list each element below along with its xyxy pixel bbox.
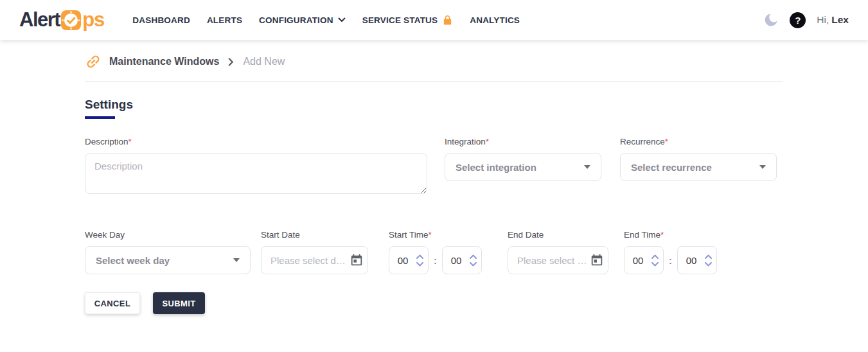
time-separator: :: [669, 255, 672, 266]
weekday-select[interactable]: Select week day: [85, 246, 251, 274]
spinner-down-icon[interactable]: [470, 262, 477, 267]
integration-field-group: Integration* Select integration: [445, 137, 601, 181]
spinner-down-icon[interactable]: [651, 262, 659, 267]
description-label: Description*: [85, 137, 427, 146]
spinner-down-icon[interactable]: [705, 262, 712, 267]
end-time-hour[interactable]: 00: [624, 246, 664, 274]
integration-label: Integration*: [445, 137, 601, 146]
weekday-field-group: Week Day Select week day: [85, 230, 251, 274]
alertops-logo[interactable]: Alert ps: [19, 8, 104, 31]
submit-button[interactable]: SUBMIT: [153, 292, 205, 314]
start-time-label: Start Time*: [389, 230, 482, 240]
end-date-field-group: End Date: [508, 230, 608, 274]
form-actions: CANCEL SUBMIT: [85, 292, 783, 314]
weekday-label: Week Day: [85, 230, 251, 240]
form-row-1: Description* Integration* Select integra…: [85, 137, 783, 197]
caret-down-icon: [233, 258, 240, 262]
form-row-2: Week Day Select week day Start Date Star: [85, 230, 783, 274]
end-time-minute[interactable]: 00: [677, 246, 717, 274]
dark-mode-toggle[interactable]: [763, 12, 779, 28]
required-asterisk: *: [665, 137, 668, 146]
spinner-down-icon[interactable]: [416, 262, 423, 267]
required-asterisk: *: [429, 230, 432, 240]
user-name: Lex: [831, 14, 849, 25]
breadcrumb-current: Add New: [243, 56, 285, 67]
nav-item-alerts[interactable]: ALERTS: [207, 15, 242, 25]
integration-select[interactable]: Select integration: [445, 153, 601, 181]
description-field-group: Description*: [85, 137, 427, 197]
logo-text-ps: ps: [82, 8, 104, 31]
moon-icon: [763, 12, 779, 28]
recurrence-field-group: Recurrence* Select recurrence: [620, 137, 777, 181]
end-time-label: End Time*: [624, 230, 717, 240]
required-asterisk: *: [128, 137, 132, 146]
spinner-up-icon[interactable]: [416, 254, 423, 259]
navbar-right: ? Hi,Lex: [763, 12, 849, 28]
main-content: Maintenance Windows Add New Settings Des…: [85, 53, 783, 314]
calendar-icon[interactable]: [590, 253, 604, 267]
nav-item-configuration[interactable]: CONFIGURATION: [259, 15, 346, 25]
lock-icon: [442, 14, 453, 26]
logo-text-alert: Alert: [19, 8, 60, 31]
end-time-field-group: End Time* 00 : 00: [624, 230, 717, 274]
page-title: Settings: [85, 98, 783, 112]
top-navbar: Alert ps DASHBOARD ALERTS CONFIGURATION …: [0, 0, 868, 40]
start-date-label: Start Date: [261, 230, 368, 240]
spinner-up-icon[interactable]: [705, 254, 712, 259]
description-textarea[interactable]: [85, 153, 427, 194]
chevron-right-icon: [228, 58, 234, 66]
caret-down-icon: [759, 165, 766, 169]
time-separator: :: [434, 255, 437, 266]
spinner-up-icon[interactable]: [470, 254, 477, 259]
main-nav: DASHBOARD ALERTS CONFIGURATION SERVICE S…: [132, 14, 520, 26]
recurrence-label: Recurrence*: [620, 137, 777, 146]
user-greeting[interactable]: Hi,Lex: [817, 14, 849, 26]
start-time-field-group: Start Time* 00 : 00: [389, 230, 482, 274]
breadcrumb-parent[interactable]: Maintenance Windows: [109, 56, 219, 67]
calendar-icon[interactable]: [350, 253, 364, 267]
nav-item-analytics[interactable]: ANALYTICS: [470, 15, 520, 25]
title-underline: [85, 116, 115, 119]
nav-item-dashboard[interactable]: DASHBOARD: [132, 15, 190, 25]
required-asterisk: *: [660, 230, 664, 240]
start-date-field-group: Start Date: [261, 230, 368, 274]
start-time-minute[interactable]: 00: [442, 246, 482, 274]
caret-down-icon: [584, 165, 590, 169]
breadcrumb: Maintenance Windows Add New: [85, 53, 783, 70]
spinner-up-icon[interactable]: [651, 254, 659, 259]
section-divider: [85, 81, 783, 82]
question-mark-icon: ?: [795, 15, 801, 26]
nav-item-service-status[interactable]: SERVICE STATUS: [362, 14, 454, 26]
start-time-hour[interactable]: 00: [389, 246, 429, 274]
clock-icon: [60, 10, 82, 31]
chevron-down-icon: [338, 17, 346, 22]
link-icon: [82, 50, 105, 74]
cancel-button[interactable]: CANCEL: [85, 292, 140, 314]
help-button[interactable]: ?: [790, 12, 806, 28]
recurrence-select[interactable]: Select recurrence: [620, 153, 777, 181]
end-date-label: End Date: [508, 230, 608, 240]
required-asterisk: *: [486, 137, 489, 146]
